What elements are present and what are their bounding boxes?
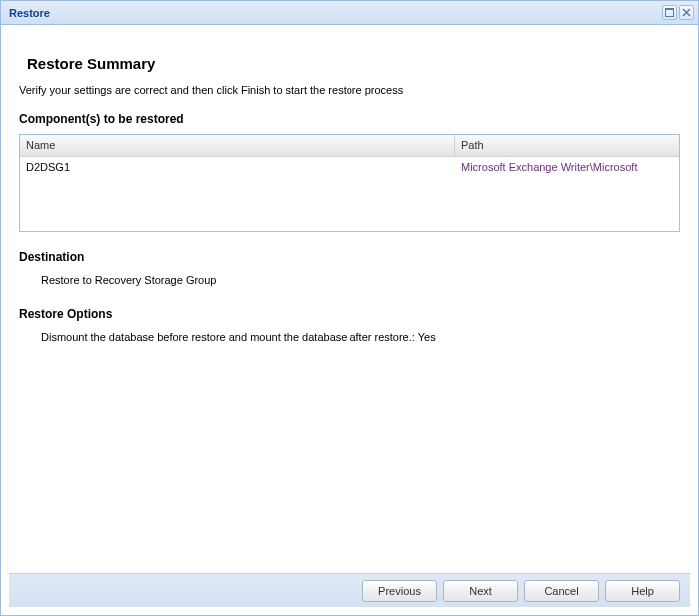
cancel-button[interactable]: Cancel xyxy=(524,580,599,602)
restore-window: Restore Restore Summary Verify your sett… xyxy=(0,0,699,616)
destination-heading: Destination xyxy=(19,250,680,264)
content: Restore Summary Verify your settings are… xyxy=(9,33,690,573)
components-heading: Component(s) to be restored xyxy=(19,112,680,126)
maximize-button[interactable] xyxy=(662,5,677,20)
table-header: Name Path xyxy=(20,135,679,157)
titlebar: Restore xyxy=(1,1,698,25)
options-heading: Restore Options xyxy=(19,308,680,321)
maximize-icon xyxy=(665,8,674,17)
column-header-name[interactable]: Name xyxy=(20,135,455,157)
close-icon xyxy=(682,8,691,17)
table-row[interactable]: D2DSG1 Microsoft Exchange Writer\Microso… xyxy=(20,157,679,179)
previous-button[interactable]: Previous xyxy=(362,580,437,602)
page-title: Restore Summary xyxy=(27,55,680,72)
content-wrapper: Restore Summary Verify your settings are… xyxy=(1,25,698,615)
help-button[interactable]: Help xyxy=(605,580,680,602)
next-button[interactable]: Next xyxy=(443,580,518,602)
cell-path: Microsoft Exchange Writer\Microsoft xyxy=(455,157,679,179)
column-header-path[interactable]: Path xyxy=(455,135,679,157)
button-bar: Previous Next Cancel Help xyxy=(9,573,690,607)
window-title: Restore xyxy=(9,7,660,19)
options-value: Dismount the database before restore and… xyxy=(41,331,680,343)
verify-instruction: Verify your settings are correct and the… xyxy=(19,84,680,96)
destination-value: Restore to Recovery Storage Group xyxy=(41,274,680,286)
cell-name: D2DSG1 xyxy=(20,157,455,179)
close-button[interactable] xyxy=(679,5,694,20)
components-table: Name Path D2DSG1 Microsoft Exchange Writ… xyxy=(19,134,680,232)
